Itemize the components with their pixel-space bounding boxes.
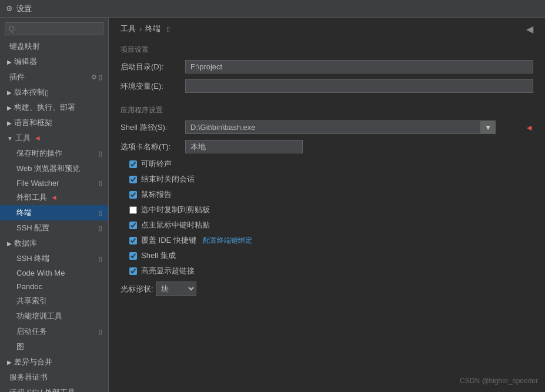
- sidebar-child-ssh-terminal[interactable]: SSH 终端 ▯: [0, 251, 108, 266]
- breadcrumb-part1: 工具: [121, 24, 136, 34]
- sidebar-item-database[interactable]: ▶ 数据库: [0, 236, 108, 251]
- sidebar-item-diff[interactable]: ▶ 差异与合并: [0, 354, 108, 370]
- sidebar-item-server-certs[interactable]: 服务器证书: [0, 370, 108, 385]
- title-text: 设置: [16, 4, 32, 14]
- paste-on-middle-label: 点主鼠标中键时粘贴: [141, 220, 210, 230]
- sidebar-child-external-tools[interactable]: 外部工具 ◄: [0, 190, 108, 205]
- item-icon: ▯: [99, 179, 102, 187]
- checkbox-row-highlight-links: 高亮显示超链接: [109, 263, 545, 279]
- settings-row-env-vars: 环境变量(E):: [109, 76, 545, 96]
- start-dir-label: 启动目录(D):: [121, 62, 185, 72]
- sidebar-item-label: 差异与合并: [14, 357, 52, 367]
- sidebar-item-lang[interactable]: ▶ 语言和框架: [0, 115, 108, 130]
- mouse-report-checkbox[interactable]: [129, 191, 137, 199]
- sidebar-item-label: SSH 终端: [16, 253, 49, 264]
- sidebar-item-remote-ssh[interactable]: 远程 SSH 外部工具: [0, 385, 108, 392]
- breadcrumb-icon: ▯: [166, 25, 170, 33]
- checkbox-row-paste-on-middle: 点主鼠标中键时粘贴: [109, 217, 545, 233]
- env-vars-input[interactable]: [185, 79, 533, 93]
- sidebar-item-build[interactable]: ▶ 构建、执行、部署: [0, 100, 108, 115]
- override-ide-checkbox[interactable]: [129, 237, 137, 244]
- sidebar-item-label: 键盘映射: [9, 41, 40, 52]
- watermark: CSDN @higher_speeder: [460, 377, 538, 385]
- sidebar-item-editor[interactable]: ▶ 编辑器: [0, 54, 108, 69]
- sidebar-item-label: 数据库: [14, 238, 37, 249]
- audible-bell-checkbox[interactable]: [129, 160, 137, 168]
- sidebar-child-ssh-config[interactable]: SSH 配置 ▯: [0, 220, 108, 236]
- shell-integration-checkbox[interactable]: [129, 252, 137, 260]
- sidebar-item-label: SSH 配置: [16, 223, 49, 233]
- settings-row-shell-path: Shell 路径(S): ▼ ◄: [109, 118, 545, 137]
- checkbox-row-override-ide: 覆盖 IDE 快捷键 配置终端键绑定: [109, 233, 545, 248]
- settings-row-tab-name: 选项卡名称(T):: [109, 137, 545, 156]
- cursor-shape-row: 光标形状: 块 下划线 竖线: [109, 279, 545, 299]
- tab-name-label: 选项卡名称(T):: [121, 142, 185, 152]
- expand-arrow-icon: ▶: [7, 89, 12, 96]
- sidebar-child-file-watcher[interactable]: File Watcher ▯: [0, 176, 108, 190]
- breadcrumb-separator: ›: [139, 25, 142, 33]
- sidebar-child-pandoc[interactable]: Pandoc: [0, 280, 108, 293]
- back-button[interactable]: ◀: [526, 24, 533, 35]
- sidebar-item-tools[interactable]: ▼ 工具 ◄: [0, 130, 108, 146]
- start-dir-input[interactable]: [185, 60, 533, 73]
- sidebar: 键盘映射 ▶ 编辑器 插件 ⚙ ▯ ▶ 版本控制 ▯ ▶ 构建、执行、部署 ▶ …: [0, 18, 109, 392]
- sidebar-item-label: 语言和框架: [14, 118, 52, 128]
- tab-name-input[interactable]: [185, 140, 303, 153]
- section-project-settings-header: 项目设置: [109, 40, 545, 57]
- red-arrow-tools: ◄: [34, 134, 41, 142]
- item-icon: ▯: [99, 209, 102, 217]
- sidebar-child-save-on-action[interactable]: 保存时的操作 ▯: [0, 146, 108, 161]
- expand-arrow-icon: ▶: [7, 359, 12, 366]
- sidebar-item-keyboard[interactable]: 键盘映射: [0, 39, 108, 54]
- cursor-shape-select[interactable]: 块 下划线 竖线: [156, 282, 196, 296]
- sidebar-child-startup-tasks[interactable]: 启动任务 ▯: [0, 324, 108, 339]
- cursor-shape-label: 光标形状:: [121, 284, 156, 294]
- settings-row-start-dir: 启动目录(D):: [109, 57, 545, 76]
- sidebar-item-label: 插件: [9, 72, 25, 82]
- shell-path-field: ▼: [185, 120, 496, 134]
- expand-arrow-icon: ▶: [7, 240, 12, 247]
- red-arrow-shell: ◄: [525, 123, 533, 132]
- configure-keys-link[interactable]: 配置终端键绑定: [203, 236, 252, 246]
- highlight-links-checkbox[interactable]: [129, 267, 137, 275]
- expand-arrow-icon: ▶: [7, 59, 12, 65]
- checkbox-row-audible-bell: 可听铃声: [109, 156, 545, 172]
- checkbox-row-close-on-exit: 结束时关闭会话: [109, 172, 545, 187]
- sidebar-item-label: Code With Me: [16, 269, 65, 277]
- env-vars-label: 环境变量(E):: [121, 81, 185, 92]
- item-icon: ▯: [99, 328, 102, 336]
- copy-on-select-checkbox[interactable]: [129, 206, 137, 214]
- sidebar-child-code-with-me[interactable]: Code With Me: [0, 266, 108, 280]
- sidebar-item-label: Web 浏览器和预览: [16, 163, 80, 174]
- checkbox-row-shell-integration: Shell 集成: [109, 248, 545, 263]
- shell-path-input[interactable]: [185, 120, 481, 134]
- sidebar-item-plugins[interactable]: 插件 ⚙ ▯: [0, 69, 108, 85]
- vcs-icon: ▯: [45, 88, 49, 97]
- sidebar-child-training-tools[interactable]: 功能培训工具: [0, 309, 108, 324]
- sidebar-item-label: 远程 SSH 外部工具: [9, 387, 75, 392]
- checkbox-row-copy-on-select: 选中时复制到剪贴板: [109, 202, 545, 217]
- sidebar-child-tu[interactable]: 图: [0, 339, 108, 354]
- red-arrow-ext: ◄: [51, 193, 58, 202]
- shell-path-dropdown-btn[interactable]: ▼: [481, 120, 496, 134]
- sidebar-item-label: 外部工具: [16, 192, 47, 203]
- shell-integration-label: Shell 集成: [141, 250, 176, 261]
- copy-on-select-label: 选中时复制到剪贴板: [141, 205, 210, 215]
- sidebar-item-label: 终端: [16, 207, 32, 218]
- close-on-exit-checkbox[interactable]: [129, 176, 137, 183]
- sidebar-item-vcs[interactable]: ▶ 版本控制 ▯: [0, 85, 108, 100]
- item-icon: ▯: [99, 150, 102, 158]
- sidebar-item-label: 服务器证书: [9, 372, 48, 383]
- paste-on-middle-checkbox[interactable]: [129, 222, 137, 229]
- breadcrumb: 工具 › 终端 ▯: [109, 18, 545, 39]
- search-box: [0, 18, 108, 39]
- search-input[interactable]: [5, 22, 103, 35]
- sidebar-item-label: 功能培训工具: [16, 311, 62, 321]
- sidebar-item-label: 图: [16, 341, 24, 352]
- mouse-report-label: 鼠标报告: [141, 189, 172, 200]
- sidebar-child-terminal[interactable]: 终端 ▯: [0, 205, 108, 220]
- main-layout: 键盘映射 ▶ 编辑器 插件 ⚙ ▯ ▶ 版本控制 ▯ ▶ 构建、执行、部署 ▶ …: [0, 18, 545, 392]
- sidebar-child-shared-index[interactable]: 共享索引: [0, 293, 108, 309]
- sidebar-item-label: 编辑器: [14, 56, 37, 67]
- sidebar-child-web-browser[interactable]: Web 浏览器和预览: [0, 161, 108, 176]
